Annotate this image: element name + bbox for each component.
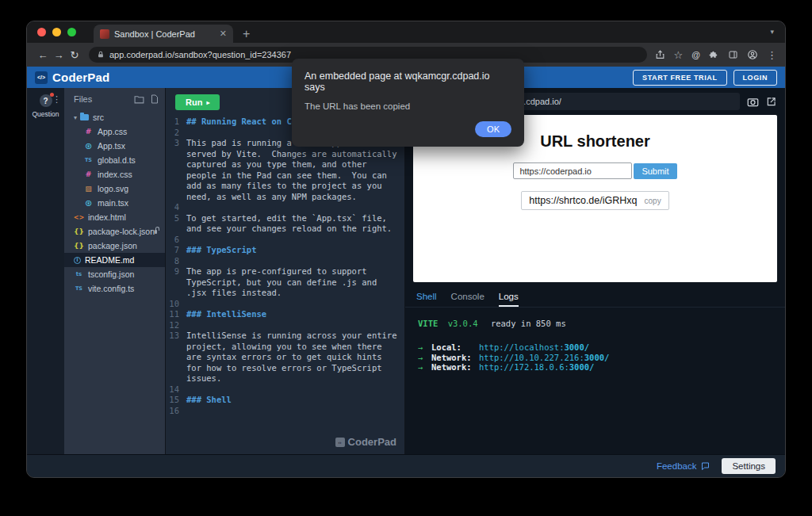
editor-line[interactable]: 11### IntelliSense bbox=[166, 309, 404, 320]
editor-watermark: ‹› CoderPad bbox=[335, 436, 396, 448]
editor-line[interactable]: 5To get started, edit the `App.tsx` file… bbox=[166, 213, 404, 235]
new-file-button[interactable] bbox=[151, 94, 159, 104]
editor-line[interactable]: 6 bbox=[166, 235, 404, 246]
log-line: →Local:http://localhost:3000/ bbox=[418, 342, 785, 353]
dialog-ok-button[interactable]: OK bbox=[475, 121, 511, 137]
file-label: main.tsx bbox=[98, 198, 128, 208]
editor-line[interactable]: 14 bbox=[166, 384, 404, 396]
file-item-logo.svg[interactable]: ▨logo.svg bbox=[64, 182, 165, 196]
feedback-link[interactable]: Feedback bbox=[657, 461, 711, 471]
file-item-global.d.ts[interactable]: TSglobal.d.ts bbox=[64, 153, 165, 167]
line-text: The app is pre-configured to support Typ… bbox=[186, 266, 404, 299]
side-panel-icon[interactable] bbox=[728, 50, 738, 59]
tab-shell[interactable]: Shell bbox=[416, 292, 437, 307]
file-item-README.md[interactable]: iREADME.md bbox=[64, 253, 165, 267]
maximize-window-button[interactable] bbox=[67, 28, 76, 36]
tab-title: Sandbox | CoderPad bbox=[114, 29, 215, 39]
tsconfig-icon: ts bbox=[74, 271, 84, 277]
editor-line[interactable]: 9The app is pre-configured to support Ty… bbox=[166, 266, 404, 299]
editor-line[interactable]: 8 bbox=[166, 256, 404, 267]
coderpad-logo-icon: </> bbox=[35, 71, 48, 84]
new-tab-button[interactable]: + bbox=[243, 28, 250, 40]
line-text bbox=[186, 299, 404, 310]
url-input[interactable] bbox=[513, 162, 632, 179]
browser-menu-icon[interactable]: ⋮ bbox=[767, 50, 777, 60]
file-item-index.css[interactable]: #index.css bbox=[64, 167, 165, 182]
line-number: 7 bbox=[166, 245, 186, 256]
log-url[interactable]: http://10.10.227.216:3000/ bbox=[479, 353, 609, 363]
tab-close-icon[interactable]: ✕ bbox=[220, 29, 227, 39]
copy-button[interactable]: copy bbox=[645, 197, 661, 205]
start-free-trial-button[interactable]: START FREE TRIAL bbox=[633, 70, 726, 86]
result-box[interactable]: https://shrtco.de/iGRHxq copy bbox=[521, 191, 668, 210]
rail-menu-icon[interactable]: ⋮ bbox=[52, 94, 61, 105]
file-item-main.tsx[interactable]: ⊛main.tsx bbox=[64, 196, 165, 210]
line-text bbox=[186, 235, 404, 246]
file-label: global.d.ts bbox=[98, 155, 136, 165]
extensions-puzzle-icon[interactable] bbox=[709, 50, 719, 60]
folder-item-src[interactable]: ▾src bbox=[64, 110, 165, 124]
editor-line[interactable]: 10 bbox=[166, 299, 404, 310]
file-label: App.css bbox=[98, 127, 127, 136]
editor-line[interactable]: 12 bbox=[166, 320, 404, 331]
editor-line[interactable]: 15### Shell bbox=[166, 395, 404, 406]
settings-button[interactable]: Settings bbox=[722, 458, 776, 474]
new-folder-button[interactable] bbox=[134, 95, 144, 104]
file-item-App.css[interactable]: #App.css bbox=[64, 124, 165, 139]
file-item-tsconfig.json[interactable]: tstsconfig.json bbox=[64, 267, 165, 281]
file-item-package.json[interactable]: {}package.json bbox=[64, 239, 165, 253]
editor-line[interactable]: 16 bbox=[166, 406, 404, 417]
reload-button[interactable]: ↻ bbox=[67, 49, 82, 61]
line-number: 4 bbox=[166, 202, 186, 213]
line-number: 15 bbox=[166, 395, 186, 406]
editor-line[interactable]: 4 bbox=[166, 202, 404, 213]
info-icon: i bbox=[74, 257, 81, 264]
tab-sandbox-coderpad[interactable]: Sandbox | CoderPad ✕ bbox=[94, 25, 233, 43]
log-url[interactable]: http://localhost:3000/ bbox=[479, 342, 589, 353]
editor-lines[interactable]: 1## Running React on CoderPad23This pad … bbox=[166, 115, 404, 454]
screenshot-camera-icon[interactable] bbox=[747, 97, 759, 107]
file-item-index.html[interactable]: <>index.html bbox=[64, 210, 165, 224]
forward-button[interactable]: → bbox=[51, 49, 67, 61]
run-label: Run bbox=[186, 97, 202, 107]
extension-at-icon[interactable]: @ bbox=[691, 51, 700, 59]
profile-avatar-icon[interactable] bbox=[747, 49, 758, 60]
line-number: 9 bbox=[166, 266, 186, 299]
shortener-form: Submit bbox=[413, 162, 777, 179]
open-external-icon[interactable] bbox=[766, 96, 777, 107]
share-icon[interactable] bbox=[655, 49, 665, 60]
editor-line[interactable]: 7### TypeScript bbox=[166, 245, 404, 256]
submit-button[interactable]: Submit bbox=[634, 163, 676, 179]
question-icon[interactable]: ? bbox=[40, 94, 52, 107]
log-port: 3000/ bbox=[564, 342, 589, 352]
console-output: VITE v3.0.4 ready in 850 ms →Local:http:… bbox=[405, 308, 785, 373]
file-item-package-lock.json[interactable]: {}package-lock.json bbox=[64, 224, 165, 239]
tab-logs[interactable]: Logs bbox=[499, 292, 519, 307]
log-url[interactable]: http://172.18.0.6:3000/ bbox=[479, 362, 594, 373]
line-number: 6 bbox=[166, 235, 186, 246]
ts-icon: TS bbox=[74, 285, 84, 292]
files-panel: Files ▾src#App.css⊛App.tsxTSglobal.d.ts#… bbox=[64, 88, 166, 454]
vite-label: VITE bbox=[418, 319, 438, 328]
left-rail: ? Question ⋮ bbox=[27, 88, 64, 454]
tab-console[interactable]: Console bbox=[451, 292, 485, 307]
bookmark-star-icon[interactable]: ☆ bbox=[674, 50, 684, 60]
editor-line[interactable]: 13IntelliSense is running across your en… bbox=[166, 331, 404, 384]
watermark-text: CoderPad bbox=[348, 436, 396, 448]
screenshot-root: Sandbox | CoderPad ✕ + ▾ ← → ↻ app.coder… bbox=[0, 0, 812, 516]
arrow-icon: → bbox=[418, 342, 431, 353]
file-item-App.tsx[interactable]: ⊛App.tsx bbox=[64, 139, 165, 153]
line-text: ### IntelliSense bbox=[186, 309, 404, 320]
login-button[interactable]: LOGIN bbox=[733, 70, 778, 86]
editor-line[interactable]: 3This pad is running a React app that is… bbox=[166, 138, 404, 202]
minimize-window-button[interactable] bbox=[52, 28, 61, 36]
css-icon: # bbox=[83, 128, 94, 136]
vite-ready-text: ready in 850 ms bbox=[491, 319, 566, 328]
back-button[interactable]: ← bbox=[35, 49, 51, 61]
braces-icon: {} bbox=[74, 227, 84, 235]
tab-search-chevron-icon[interactable]: ▾ bbox=[770, 28, 785, 43]
close-window-button[interactable] bbox=[37, 28, 46, 36]
brand-name: CoderPad bbox=[52, 71, 109, 84]
run-button[interactable]: Run ▸ bbox=[175, 94, 220, 110]
file-item-vite.config.ts[interactable]: TSvite.config.ts bbox=[64, 281, 165, 296]
